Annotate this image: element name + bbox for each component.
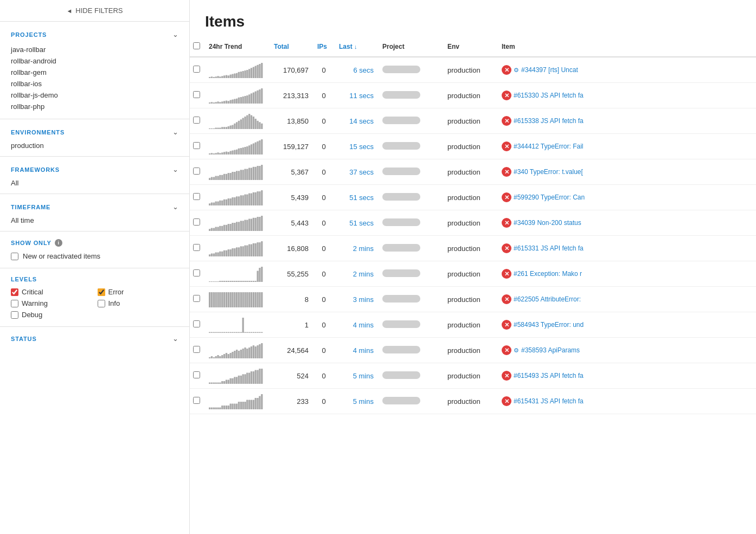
svg-rect-319	[223, 381, 225, 384]
levels-grid: CriticalErrorWarningInfoDebug	[11, 288, 178, 319]
row-select-checkbox[interactable]	[193, 193, 200, 200]
cell-last[interactable]: 4 mins	[336, 338, 379, 363]
last-header[interactable]: Last ↓	[336, 37, 379, 57]
row-select-checkbox[interactable]	[193, 295, 200, 302]
cell-project	[379, 338, 444, 363]
svg-rect-244	[230, 292, 232, 307]
cell-last[interactable]: 14 secs	[336, 108, 379, 134]
select-all-checkbox[interactable]	[193, 42, 200, 49]
svg-rect-31	[219, 102, 221, 104]
level-label-error: Error	[108, 288, 124, 296]
new-reactivated-checkbox[interactable]	[11, 253, 18, 260]
item-link[interactable]: #615338 JS API fetch fa	[514, 117, 584, 125]
item-link[interactable]: #599290 TypeError: Can	[514, 194, 585, 201]
project-pill	[382, 142, 420, 150]
item-link[interactable]: #615493 JS API fetch fa	[514, 372, 584, 379]
svg-rect-122	[246, 169, 248, 181]
row-select-checkbox[interactable]	[193, 91, 200, 98]
sidebar-item-project[interactable]: rollbar-ios	[11, 78, 178, 89]
cell-last[interactable]: 2 mins	[336, 261, 379, 287]
cell-last[interactable]: 3 mins	[336, 287, 379, 312]
environments-header[interactable]: ENVIRONMENTS ⌄	[11, 128, 178, 136]
svg-rect-277	[244, 332, 246, 333]
row-select-checkbox[interactable]	[193, 244, 200, 251]
level-checkbox-error[interactable]	[98, 288, 105, 296]
item-link[interactable]: ⚙#344397 [rts] Uncat	[514, 66, 578, 74]
cell-last[interactable]: 2 mins	[336, 236, 379, 261]
cell-item: ✕#615338 JS API fetch fa	[498, 108, 756, 134]
sidebar: ◄ HIDE FILTERS PROJECTS ⌄ java-rollbarro…	[0, 0, 190, 534]
level-checkbox-info[interactable]	[98, 300, 105, 307]
cell-last[interactable]: 51 secs	[336, 210, 379, 236]
sidebar-item-project[interactable]: rollbar-gem	[11, 67, 178, 78]
row-select-checkbox[interactable]	[193, 269, 200, 276]
sidebar-item-project[interactable]: java-rollbar	[11, 44, 178, 55]
level-checkbox-warning[interactable]	[11, 300, 18, 307]
item-link[interactable]: ⚙#358593 ApiParams	[514, 346, 580, 354]
sidebar-item-project[interactable]: rollbar-php	[11, 101, 178, 112]
status-header[interactable]: STATUS ⌄	[11, 334, 178, 343]
cell-project	[379, 236, 444, 261]
row-select-checkbox[interactable]	[193, 168, 200, 175]
item-link[interactable]: #261 Exception: Mako r	[514, 270, 582, 278]
svg-rect-54	[213, 128, 215, 129]
row-select-checkbox[interactable]	[193, 346, 200, 353]
item-link[interactable]: #344412 TypeError: Fail	[514, 143, 584, 150]
item-link[interactable]: #34039 Non-200 status	[514, 219, 581, 227]
total-header[interactable]: Total	[271, 37, 314, 57]
item-link[interactable]: #615330 JS API fetch fa	[514, 92, 584, 99]
projects-header[interactable]: PROJECTS ⌄	[11, 30, 178, 38]
item-link[interactable]: #622505 AttributeError:	[514, 295, 581, 303]
cell-last[interactable]: 15 secs	[336, 134, 379, 159]
cell-last[interactable]: 37 secs	[336, 159, 379, 185]
sidebar-item-project[interactable]: rollbar-android	[11, 55, 178, 67]
svg-rect-344	[221, 406, 223, 409]
level-checkbox-debug[interactable]	[11, 311, 18, 319]
svg-rect-348	[230, 404, 232, 410]
svg-rect-263	[215, 332, 217, 333]
svg-rect-233	[261, 267, 262, 282]
row-select-checkbox[interactable]	[193, 142, 200, 149]
sparkline-icon	[209, 164, 263, 180]
ips-header[interactable]: IPs	[314, 37, 336, 57]
svg-rect-69	[244, 117, 246, 129]
svg-rect-4	[217, 76, 219, 78]
level-checkbox-critical[interactable]	[11, 288, 18, 296]
svg-rect-89	[232, 151, 233, 155]
hide-filters-label: HIDE FILTERS	[75, 7, 123, 15]
cell-env: production	[444, 159, 498, 185]
svg-rect-210	[213, 281, 215, 282]
new-reactivated-label[interactable]: New or reactivated items	[23, 252, 100, 260]
svg-rect-294	[226, 353, 227, 358]
cell-last[interactable]: 4 mins	[336, 312, 379, 338]
row-select-checkbox[interactable]	[193, 371, 200, 378]
cell-ips: 0	[314, 287, 336, 312]
item-link[interactable]: #340 TypeError: t.value[	[514, 168, 583, 176]
cell-last[interactable]: 5 mins	[336, 363, 379, 389]
timeframe-header[interactable]: TIMEFRAME ⌄	[11, 203, 178, 211]
row-select-checkbox[interactable]	[193, 397, 200, 404]
row-select-checkbox[interactable]	[193, 66, 200, 73]
sidebar-item-project[interactable]: rollbar-js-demo	[11, 89, 178, 101]
frameworks-header[interactable]: FRAMEWORKS ⌄	[11, 165, 178, 173]
cell-last[interactable]: 11 secs	[336, 83, 379, 108]
row-select-checkbox[interactable]	[193, 117, 200, 124]
cell-ips: 0	[314, 185, 336, 210]
item-link[interactable]: #615431 JS API fetch fa	[514, 397, 584, 405]
row-select-checkbox[interactable]	[193, 320, 200, 327]
svg-rect-59	[223, 127, 225, 129]
svg-rect-211	[215, 281, 217, 282]
show-only-info-icon[interactable]: i	[55, 239, 62, 247]
cell-last[interactable]: 6 secs	[336, 57, 379, 83]
cell-last[interactable]: 51 secs	[336, 185, 379, 210]
svg-rect-133	[215, 202, 217, 206]
svg-rect-225	[244, 281, 246, 282]
cell-last[interactable]: 5 mins	[336, 389, 379, 414]
item-link[interactable]: #615331 JS API fetch fa	[514, 245, 584, 252]
svg-rect-97	[248, 145, 250, 155]
item-link[interactable]: #584943 TypeError: und	[514, 321, 584, 329]
row-select-checkbox[interactable]	[193, 218, 200, 226]
environments-title: ENVIRONMENTS	[11, 129, 65, 136]
hide-filters-button[interactable]: ◄ HIDE FILTERS	[0, 0, 189, 22]
svg-rect-270	[230, 332, 232, 333]
